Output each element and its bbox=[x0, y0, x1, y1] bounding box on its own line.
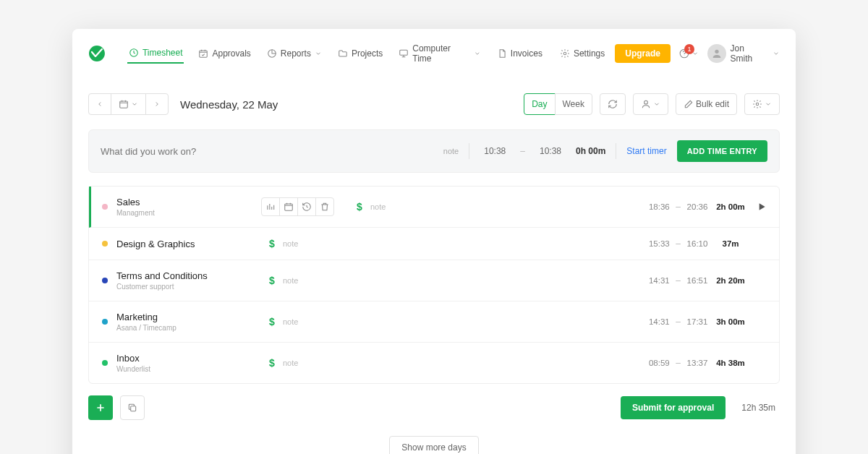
task-info: SalesManagment bbox=[116, 197, 261, 217]
note-link[interactable]: note bbox=[370, 202, 414, 211]
play-button[interactable] bbox=[756, 201, 767, 213]
duration: 3h 00m bbox=[714, 317, 747, 326]
user-name: Jon Smith bbox=[731, 43, 769, 64]
user-menu[interactable]: Jon Smith bbox=[707, 43, 780, 64]
nav-computer-time[interactable]: Computer Time bbox=[397, 39, 482, 68]
svg-point-0 bbox=[89, 46, 105, 61]
logo[interactable] bbox=[88, 45, 106, 62]
billable-toggle[interactable]: $ bbox=[261, 238, 283, 249]
chevron-down-icon bbox=[131, 100, 138, 108]
calendar-icon bbox=[119, 99, 129, 109]
svg-rect-12 bbox=[131, 406, 136, 411]
task-project: Wunderlist bbox=[116, 365, 261, 373]
refresh-icon bbox=[608, 99, 618, 109]
billable-toggle[interactable]: $ bbox=[261, 275, 283, 286]
from-time: 14:31 bbox=[642, 317, 676, 326]
color-dot bbox=[102, 241, 108, 247]
help-menu[interactable]: 1 bbox=[679, 48, 699, 59]
prev-day-button[interactable] bbox=[88, 93, 111, 115]
refresh-button[interactable] bbox=[600, 93, 626, 115]
copy-icon bbox=[127, 403, 137, 413]
week-view-button[interactable]: Week bbox=[555, 93, 592, 115]
trash-button[interactable] bbox=[315, 197, 334, 216]
time-entry-row[interactable]: Terms and ConditionsCustomer support$not… bbox=[89, 260, 779, 301]
from-time: 14:31 bbox=[642, 276, 676, 285]
nav-timesheet[interactable]: Timesheet bbox=[127, 43, 184, 64]
start-timer-link[interactable]: Start timer bbox=[626, 146, 666, 156]
copy-entries-button[interactable] bbox=[120, 395, 145, 420]
next-day-button[interactable] bbox=[145, 93, 169, 115]
add-entry-button[interactable] bbox=[88, 395, 113, 420]
nav-label: Reports bbox=[281, 48, 311, 59]
calendar-icon bbox=[284, 202, 294, 212]
duration: 2h 20m bbox=[714, 276, 747, 285]
folder-icon bbox=[338, 48, 348, 59]
settings-dropdown[interactable] bbox=[744, 93, 780, 115]
date-nav-group bbox=[88, 93, 169, 115]
time-entry-row[interactable]: MarketingAsana / Timecamp$note14:31–17:3… bbox=[89, 301, 779, 343]
nav-invoices[interactable]: Invoices bbox=[495, 44, 544, 63]
nav-approvals[interactable]: Approvals bbox=[197, 44, 252, 63]
clock-icon bbox=[129, 48, 139, 58]
billable-toggle[interactable]: $ bbox=[261, 357, 283, 369]
time-entry-row[interactable]: SalesManagment$note18:36–20:362h 00m bbox=[89, 187, 779, 228]
svg-rect-3 bbox=[400, 50, 408, 55]
edit-icon bbox=[684, 99, 694, 109]
add-time-entry-button[interactable]: ADD TIME ENTRY bbox=[677, 140, 767, 162]
to-time: 13:37 bbox=[681, 359, 714, 367]
history-button[interactable] bbox=[297, 197, 316, 216]
note-link[interactable]: note bbox=[443, 147, 459, 155]
nav-projects[interactable]: Projects bbox=[336, 44, 384, 63]
upgrade-button[interactable]: Upgrade bbox=[615, 44, 671, 63]
app-frame: TimesheetApprovalsReportsProjectsCompute… bbox=[72, 29, 796, 454]
chevron-down-icon bbox=[653, 100, 660, 108]
billable-toggle[interactable]: $ bbox=[261, 316, 283, 327]
task-project: Customer support bbox=[116, 283, 261, 291]
trash-icon bbox=[320, 202, 330, 212]
from-time[interactable]: 10:38 bbox=[480, 143, 510, 159]
calendar-button[interactable] bbox=[279, 197, 298, 216]
color-dot bbox=[102, 204, 108, 210]
user-filter-button[interactable] bbox=[633, 93, 668, 115]
note-link[interactable]: note bbox=[283, 239, 326, 248]
from-time: 08:59 bbox=[642, 359, 676, 367]
bulk-edit-button[interactable]: Bulk edit bbox=[676, 93, 737, 115]
note-link[interactable]: note bbox=[283, 359, 326, 367]
note-link[interactable]: note bbox=[283, 317, 326, 326]
avatar bbox=[707, 44, 726, 63]
task-info: Terms and ConditionsCustomer support bbox=[116, 270, 261, 291]
to-time: 20:36 bbox=[681, 202, 714, 211]
svg-rect-11 bbox=[285, 204, 293, 210]
note-link[interactable]: note bbox=[283, 276, 326, 285]
time-entry-row[interactable]: Design & Graphics$note15:33–16:1037m bbox=[89, 228, 779, 260]
chevron-down-icon bbox=[474, 50, 481, 57]
submit-approval-button[interactable]: Submit for approval bbox=[621, 396, 726, 419]
entries-list: SalesManagment$note18:36–20:362h 00mDesi… bbox=[88, 186, 780, 384]
svg-point-4 bbox=[563, 52, 566, 55]
day-view-button[interactable]: Day bbox=[524, 93, 555, 115]
nav-label: Approvals bbox=[212, 48, 250, 59]
gear-icon bbox=[752, 99, 762, 109]
task-name: Sales bbox=[116, 197, 261, 207]
settings-link[interactable]: Settings bbox=[558, 44, 606, 63]
to-time: 16:10 bbox=[681, 239, 714, 248]
duration: 4h 38m bbox=[714, 359, 747, 367]
footer-actions: Submit for approval 12h 35m bbox=[88, 395, 780, 420]
calendar-button[interactable] bbox=[111, 93, 146, 115]
nav-reports[interactable]: Reports bbox=[265, 44, 323, 63]
chevron-down-icon bbox=[315, 50, 322, 57]
color-dot bbox=[102, 360, 108, 366]
chart-button[interactable] bbox=[261, 197, 280, 216]
toolbar: Wednesday, 22 May Day Week Bulk edit bbox=[72, 79, 796, 124]
current-date: Wednesday, 22 May bbox=[180, 98, 278, 111]
show-more-days-button[interactable]: Show more days bbox=[389, 436, 478, 454]
task-name: Inbox bbox=[116, 353, 261, 364]
task-input[interactable] bbox=[101, 146, 289, 157]
from-time: 15:33 bbox=[642, 239, 676, 248]
gear-icon bbox=[560, 48, 570, 59]
to-time[interactable]: 10:38 bbox=[535, 143, 566, 159]
time-entry-row[interactable]: InboxWunderlist$note08:59–13:374h 38m bbox=[89, 343, 779, 383]
svg-point-9 bbox=[644, 100, 648, 104]
task-project: Managment bbox=[116, 209, 261, 217]
billable-toggle[interactable]: $ bbox=[349, 201, 370, 213]
